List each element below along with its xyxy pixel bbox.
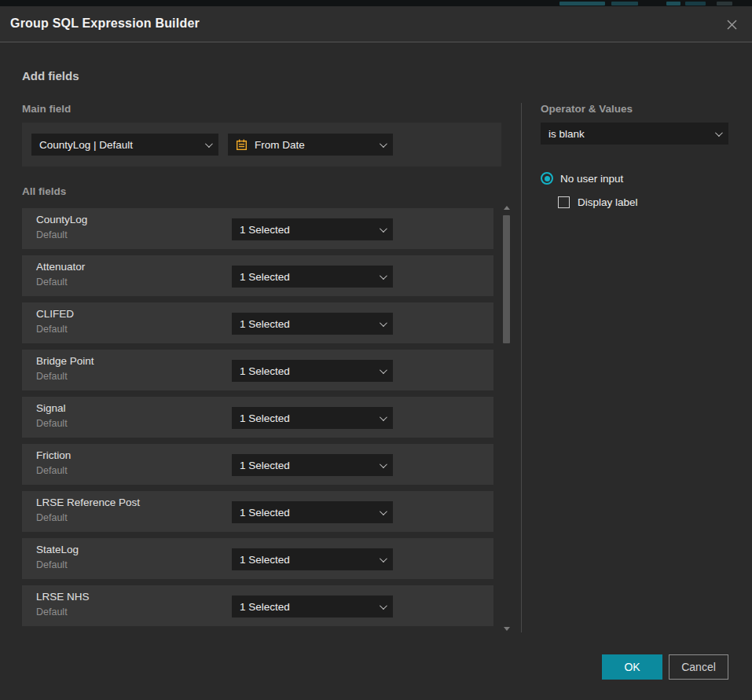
all-fields-label: All fields <box>22 185 66 197</box>
field-row[interactable]: Bridge Point Default 1 Selected <box>22 350 493 390</box>
main-field-source-value: CountyLog | Default <box>39 139 199 151</box>
field-name: CLIFED <box>36 308 74 320</box>
background-fragment <box>685 2 706 5</box>
field-selection-value: 1 Selected <box>240 412 373 424</box>
chevron-down-icon <box>715 129 723 137</box>
add-fields-heading: Add fields <box>22 69 79 82</box>
scrollbar-down-arrow-icon[interactable] <box>504 627 510 631</box>
field-selection-dropdown[interactable]: 1 Selected <box>232 548 393 570</box>
main-field-date-dropdown[interactable]: From Date <box>228 134 393 156</box>
field-name: Signal <box>36 402 66 414</box>
background-app-strip <box>0 0 752 6</box>
field-selection-value: 1 Selected <box>240 224 373 236</box>
field-name: CountyLog <box>36 214 87 225</box>
field-selection-value: 1 Selected <box>240 460 373 471</box>
display-label-text: Display label <box>578 196 638 208</box>
field-subtitle: Default <box>36 559 68 570</box>
field-subtitle: Default <box>36 607 68 618</box>
chevron-down-icon <box>380 508 387 515</box>
field-selection-dropdown[interactable]: 1 Selected <box>232 407 393 429</box>
field-name: LRSE Reference Post <box>36 497 140 508</box>
close-icon <box>726 19 738 31</box>
panel-divider <box>521 103 522 632</box>
sql-expression-builder-dialog: Group SQL Expression Builder Add fields … <box>0 6 752 700</box>
display-label-checkbox[interactable]: Display label <box>558 196 638 208</box>
field-name: Bridge Point <box>36 355 94 367</box>
close-button[interactable] <box>722 15 741 34</box>
main-field-box: CountyLog | Default From Date <box>22 123 501 167</box>
field-selection-dropdown[interactable]: 1 Selected <box>232 596 393 618</box>
calendar-icon <box>236 139 248 151</box>
field-row[interactable]: CountyLog Default 1 Selected <box>22 208 493 249</box>
chevron-down-icon <box>380 140 387 148</box>
chevron-down-icon <box>380 272 387 280</box>
field-selection-dropdown[interactable]: 1 Selected <box>232 266 393 288</box>
main-field-source-dropdown[interactable]: CountyLog | Default <box>31 134 218 156</box>
no-user-input-radio[interactable]: No user input <box>541 172 623 185</box>
field-subtitle: Default <box>36 324 68 335</box>
field-row[interactable]: StateLog Default 1 Selected <box>22 538 493 579</box>
field-name: LRSE NHS <box>36 591 90 603</box>
chevron-down-icon <box>380 555 387 563</box>
field-selection-dropdown[interactable]: 1 Selected <box>232 218 393 240</box>
field-subtitle: Default <box>36 371 68 382</box>
field-subtitle: Default <box>36 465 68 476</box>
field-selection-value: 1 Selected <box>240 271 373 283</box>
fields-scrollbar[interactable] <box>502 204 512 632</box>
field-selection-value: 1 Selected <box>240 318 373 330</box>
background-fragment <box>666 2 680 5</box>
field-selection-dropdown[interactable]: 1 Selected <box>232 360 393 382</box>
field-name: Attenuator <box>36 261 85 273</box>
chevron-down-icon <box>380 602 387 610</box>
chevron-down-icon <box>205 140 213 148</box>
scrollbar-thumb[interactable] <box>503 215 510 343</box>
all-fields-list: CountyLog Default 1 Selected Attenuator … <box>22 208 493 632</box>
operator-dropdown[interactable]: is blank <box>541 123 728 145</box>
field-selection-value: 1 Selected <box>240 507 373 519</box>
chevron-down-icon <box>380 366 387 374</box>
operator-values-heading: Operator & Values <box>541 103 633 115</box>
background-fragment <box>559 2 605 5</box>
field-name: StateLog <box>36 544 79 555</box>
background-fragment <box>717 2 732 5</box>
field-row[interactable]: LRSE NHS Default 1 Selected <box>22 585 493 626</box>
background-fragment <box>611 2 638 5</box>
field-selection-dropdown[interactable]: 1 Selected <box>232 501 393 523</box>
radio-selected-icon <box>541 172 553 185</box>
field-selection-value: 1 Selected <box>240 365 373 377</box>
field-row[interactable]: Signal Default 1 Selected <box>22 397 493 438</box>
main-field-date-value: From Date <box>255 139 373 151</box>
chevron-down-icon <box>380 225 387 233</box>
field-row[interactable]: LRSE Reference Post Default 1 Selected <box>22 491 493 532</box>
field-subtitle: Default <box>36 229 68 240</box>
main-field-label: Main field <box>22 103 71 115</box>
field-selection-dropdown[interactable]: 1 Selected <box>232 454 393 476</box>
dialog-titlebar: Group SQL Expression Builder <box>0 6 752 42</box>
scrollbar-up-arrow-icon[interactable] <box>504 206 510 210</box>
field-selection-value: 1 Selected <box>240 554 373 566</box>
field-row[interactable]: Attenuator Default 1 Selected <box>22 255 493 296</box>
dialog-title: Group SQL Expression Builder <box>10 16 200 31</box>
cancel-button[interactable]: Cancel <box>669 654 728 680</box>
field-selection-value: 1 Selected <box>240 601 373 613</box>
checkbox-unchecked-icon <box>558 196 570 208</box>
field-name: Friction <box>36 449 71 461</box>
operator-value: is blank <box>548 128 709 140</box>
no-user-input-label: No user input <box>560 173 623 185</box>
field-subtitle: Default <box>36 277 68 288</box>
ok-button[interactable]: OK <box>602 654 662 680</box>
field-row[interactable]: CLIFED Default 1 Selected <box>22 302 493 343</box>
field-selection-dropdown[interactable]: 1 Selected <box>232 313 393 335</box>
field-subtitle: Default <box>36 418 68 429</box>
chevron-down-icon <box>380 460 387 468</box>
chevron-down-icon <box>380 413 387 421</box>
chevron-down-icon <box>380 319 387 327</box>
field-subtitle: Default <box>36 512 68 523</box>
field-row[interactable]: Friction Default 1 Selected <box>22 444 493 485</box>
